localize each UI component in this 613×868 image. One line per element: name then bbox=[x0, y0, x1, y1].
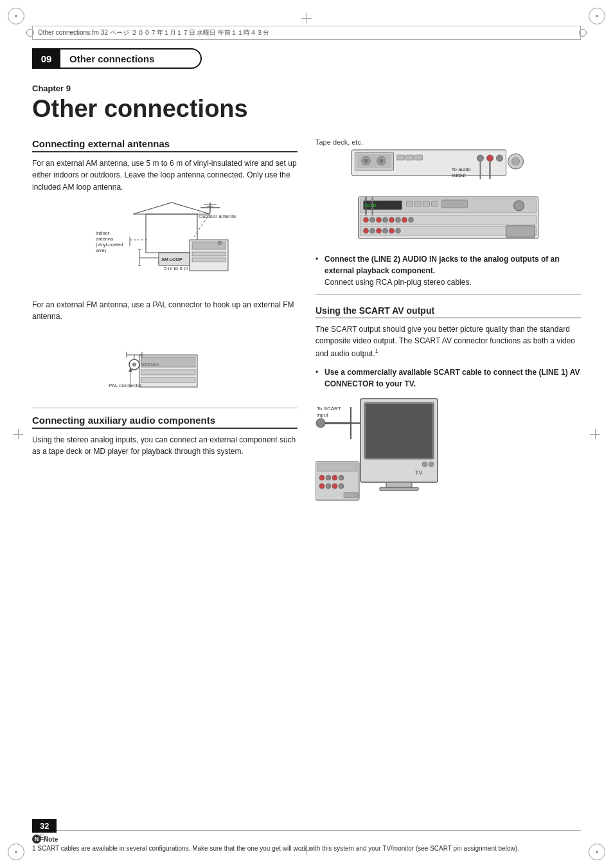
svg-text:wire): wire) bbox=[95, 248, 107, 253]
svg-point-78 bbox=[389, 217, 395, 222]
svg-point-84 bbox=[370, 228, 375, 233]
corner-mark-bl bbox=[8, 844, 24, 860]
antenna-text1: For an external AM antenna, use 5 m to 6… bbox=[32, 158, 298, 194]
svg-point-88 bbox=[396, 228, 401, 233]
scart-diagram-svg: To SCART input bbox=[315, 397, 441, 507]
svg-point-79 bbox=[396, 217, 401, 222]
svg-rect-106 bbox=[317, 464, 357, 471]
svg-rect-102 bbox=[380, 487, 418, 491]
page-number: 32 bbox=[40, 821, 49, 831]
page-lang: En bbox=[40, 834, 48, 841]
aux-text: Using the stereo analog inputs, you can … bbox=[32, 434, 298, 458]
chapter-main-title: Other connections bbox=[32, 96, 581, 123]
scart-footnote-ref: 1 bbox=[375, 348, 378, 354]
svg-point-56 bbox=[497, 155, 503, 161]
svg-point-77 bbox=[383, 217, 388, 222]
svg-rect-68 bbox=[415, 201, 422, 206]
right-column: Tape deck, etc. bbox=[315, 138, 581, 514]
svg-text:AM LOOP: AM LOOP bbox=[161, 257, 182, 262]
svg-point-54 bbox=[477, 155, 484, 161]
receiver-svg: 00:00 bbox=[315, 194, 581, 245]
svg-point-25 bbox=[218, 241, 222, 245]
svg-text:PAL connector: PAL connector bbox=[109, 383, 142, 388]
svg-point-83 bbox=[364, 228, 369, 233]
svg-rect-69 bbox=[423, 201, 430, 206]
file-info-bar: Other connections.fm 32 ページ ２００７年１月１７日 水… bbox=[32, 26, 581, 40]
crosshair-right bbox=[590, 429, 600, 439]
svg-point-48 bbox=[364, 159, 368, 163]
svg-marker-43 bbox=[129, 368, 132, 372]
svg-point-55 bbox=[487, 155, 493, 161]
scart-diagram: To SCART input bbox=[315, 397, 581, 507]
bullet-scart-bold: Use a commercially available SCART cable… bbox=[324, 368, 580, 388]
aux-section-heading: Connecting auxiliary audio components bbox=[32, 415, 298, 429]
svg-point-93 bbox=[316, 419, 325, 428]
divider-aux bbox=[32, 408, 298, 408]
svg-rect-53 bbox=[415, 155, 423, 160]
bullet-line2-text: Connect using RCA pin-plug stereo cables… bbox=[324, 278, 472, 287]
svg-marker-1 bbox=[133, 203, 210, 214]
file-info-text: Other connections.fm 32 ページ ２００７年１月１７日 水… bbox=[38, 28, 269, 37]
svg-point-110 bbox=[339, 475, 344, 480]
svg-point-114 bbox=[339, 484, 344, 489]
svg-point-103 bbox=[422, 462, 427, 467]
bullet-line2: Connect the (LINE 2) AUDIO IN jacks to t… bbox=[315, 253, 581, 288]
svg-rect-32 bbox=[141, 370, 195, 375]
main-content: Chapter 9 Other connections Connecting e… bbox=[32, 77, 581, 817]
svg-point-112 bbox=[326, 484, 331, 489]
left-column: Connecting external antennas For an exte… bbox=[32, 138, 298, 514]
svg-rect-33 bbox=[141, 377, 195, 383]
pal-diagram-svg: ANTENNA PAL connector bbox=[107, 336, 223, 400]
svg-rect-52 bbox=[406, 155, 414, 160]
svg-point-85 bbox=[377, 228, 382, 233]
page-number-box: 32 bbox=[32, 819, 57, 833]
tape-deck-area: Tape deck, etc. bbox=[315, 138, 581, 186]
svg-rect-100 bbox=[366, 404, 432, 458]
svg-point-109 bbox=[332, 475, 337, 480]
svg-rect-24 bbox=[192, 258, 226, 262]
svg-rect-101 bbox=[386, 482, 412, 487]
bullet-scart: Use a commercially available SCART cable… bbox=[315, 366, 581, 390]
tape-deck-label: Tape deck, etc. bbox=[315, 138, 581, 146]
svg-text:TV: TV bbox=[415, 469, 423, 476]
note-label: N Note bbox=[32, 835, 581, 844]
svg-point-113 bbox=[332, 484, 337, 489]
antenna-diagram-svg: Outdoor antenna Indoor antenna (vinyl-co… bbox=[94, 201, 236, 291]
chapter-label: Chapter 9 bbox=[32, 84, 581, 93]
svg-point-87 bbox=[389, 228, 395, 233]
svg-rect-89 bbox=[506, 226, 535, 237]
svg-rect-51 bbox=[397, 155, 405, 160]
crosshair-top bbox=[301, 13, 312, 23]
note-section: N Note 1 SCART cables are available in s… bbox=[32, 830, 581, 852]
svg-point-74 bbox=[364, 217, 369, 222]
svg-text:ANTENNA: ANTENNA bbox=[141, 363, 159, 366]
svg-text:Indoor: Indoor bbox=[96, 230, 110, 236]
svg-point-108 bbox=[326, 475, 331, 480]
svg-point-36 bbox=[132, 363, 136, 366]
svg-text:antenna: antenna bbox=[96, 236, 114, 242]
svg-point-111 bbox=[319, 484, 324, 489]
svg-point-107 bbox=[319, 475, 324, 480]
chapter-number: 09 bbox=[32, 48, 60, 69]
svg-text:input: input bbox=[317, 412, 328, 418]
svg-text:To SCART: To SCART bbox=[317, 406, 341, 411]
svg-point-76 bbox=[377, 217, 382, 222]
corner-mark-tr bbox=[589, 8, 605, 24]
corner-mark-br bbox=[589, 844, 605, 860]
antenna-diagram-box: Outdoor antenna Indoor antenna (vinyl-co… bbox=[32, 201, 298, 291]
chapter-tab: 09 Other connections bbox=[32, 48, 202, 69]
pal-diagram-box: ANTENNA PAL connector bbox=[32, 330, 298, 400]
chapter-tab-title: Other connections bbox=[60, 48, 202, 69]
svg-rect-67 bbox=[407, 201, 413, 206]
svg-rect-70 bbox=[432, 201, 438, 206]
svg-text:5 m to 6 m: 5 m to 6 m bbox=[164, 266, 188, 271]
svg-point-75 bbox=[370, 217, 375, 222]
svg-point-81 bbox=[409, 217, 414, 222]
svg-text:output: output bbox=[452, 172, 466, 178]
crosshair-left bbox=[13, 429, 23, 439]
antenna-text2: For an external FM antenna, use a PAL co… bbox=[32, 299, 298, 323]
svg-point-80 bbox=[402, 217, 407, 222]
svg-text:Outdoor antenna: Outdoor antenna bbox=[199, 213, 236, 219]
svg-rect-23 bbox=[192, 252, 226, 256]
tape-deck-svg: To audio output bbox=[315, 149, 581, 184]
